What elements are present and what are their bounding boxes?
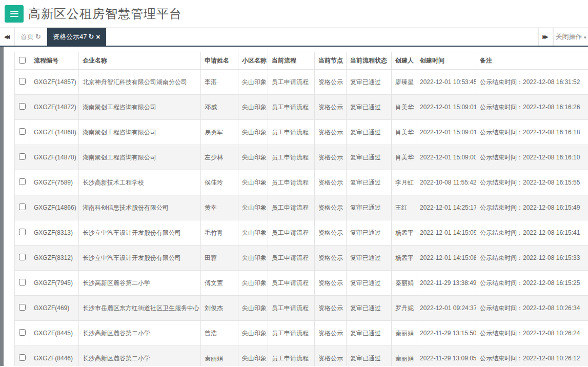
table-row[interactable]: GXGZF(14870)湖南聚创工程咨询有限公司左少林尖山印象员工申请流程资格公…	[15, 145, 588, 170]
refresh-tab-icon[interactable]: ↻	[88, 33, 94, 40]
col-created-time: 创建时间	[416, 52, 476, 70]
row-checkbox[interactable]	[19, 128, 26, 135]
cell-community-name: 尖山印象	[238, 346, 268, 366]
cell-company-name: 湖南科创信息技术股份有限公司	[79, 195, 201, 220]
cell-current-flow: 员工申请流程	[268, 321, 315, 346]
row-checkbox[interactable]	[19, 229, 26, 235]
cell-process-no: GXGZF(14870)	[30, 145, 79, 170]
cell-remark: 公示结束时间：2022-12-08 10:26:12	[476, 346, 588, 366]
cell-current-node: 资格公示	[315, 296, 347, 321]
table-row[interactable]: GXGZF(14868)湖南聚创工程咨询有限公司易勇军尖山印象员工申请流程资格公…	[15, 120, 588, 145]
main-panel: 流程编号企业名称申请姓名小区名称当前流程当前节点当前流程状态创建人创建时间备注 …	[4, 47, 588, 366]
cell-creator: 王红	[392, 195, 416, 220]
row-checkbox[interactable]	[19, 329, 26, 336]
cell-current-flow-status: 复审已通过	[347, 296, 392, 321]
col-applicant-name: 申请姓名	[201, 52, 238, 70]
cell-current-flow-status: 复审已通过	[347, 145, 392, 170]
row-checkbox-cell	[15, 120, 30, 145]
row-checkbox[interactable]	[19, 153, 26, 160]
cell-current-flow: 员工申请流程	[268, 145, 315, 170]
table-header-row: 流程编号企业名称申请姓名小区名称当前流程当前节点当前流程状态创建人创建时间备注	[15, 52, 588, 70]
table-row[interactable]: GXGZF(8446)长沙高新区麓谷第二小学秦丽娟尖山印象员工申请流程资格公示复…	[15, 346, 588, 366]
cell-created-time: 2022-12-01 15:09:00	[416, 145, 476, 170]
row-checkbox[interactable]	[19, 203, 26, 210]
cell-current-flow-status: 复审已通过	[347, 70, 392, 95]
cell-company-name: 湖南聚创工程咨询有限公司	[79, 145, 201, 170]
cell-remark: 公示结束时间：2022-12-08 16:15:41	[476, 220, 588, 246]
cell-remark: 公示结束时间：2022-12-08 16:15:33	[476, 246, 588, 271]
cell-current-node: 资格公示	[315, 70, 347, 95]
cell-company-name: 长沙高新区麓谷第二小学	[79, 321, 201, 346]
row-checkbox[interactable]	[19, 279, 26, 286]
row-checkbox-cell	[15, 145, 30, 170]
cell-company-name: 长沙高新区麓谷第二小学	[79, 271, 201, 296]
table-row[interactable]: GXGZF(469)长沙市岳麓区东方红街道社区卫生服务中心刘俊杰尖山印象员工申请…	[15, 296, 588, 321]
close-operations-label: 关闭操作	[555, 33, 582, 40]
row-checkbox[interactable]	[19, 254, 26, 260]
row-checkbox-cell	[15, 95, 30, 120]
cell-company-name: 湖南聚创工程咨询有限公司	[79, 120, 201, 145]
cell-created-time: 2022-11-29 13:09:05	[416, 346, 476, 366]
row-checkbox[interactable]	[19, 304, 26, 311]
cell-current-flow-status: 复审已通过	[347, 220, 392, 246]
cell-company-name: 长沙立中汽车设计开发股份有限公司	[79, 220, 201, 246]
cell-current-flow: 员工申请流程	[268, 170, 315, 195]
table-row[interactable]: GXGZF(8445)长沙高新区麓谷第二小学曾浩尖山印象员工申请流程资格公示复审…	[15, 321, 588, 346]
close-tab-icon[interactable]: ×	[96, 33, 100, 40]
tab-home[interactable]: 首页↻	[15, 28, 47, 46]
table-row[interactable]: GXGZF(14857)北京神舟智汇科技有限公司湖南分公司李湛尖山印象员工申请流…	[15, 70, 588, 95]
cell-creator: 李月虹	[392, 170, 416, 195]
tab-scroll-left-button[interactable]: ◀◀	[0, 28, 15, 46]
table-row[interactable]: GXGZF(7945)长沙高新区麓谷第二小学傅文萱尖山印象员工申请流程资格公示复…	[15, 271, 588, 296]
row-checkbox-cell	[15, 70, 30, 95]
cell-current-node: 资格公示	[315, 95, 347, 120]
cell-community-name: 尖山印象	[238, 95, 268, 120]
cell-process-no: GXGZF(14868)	[30, 120, 79, 145]
cell-applicant-name: 侯佳玲	[201, 170, 238, 195]
table-row[interactable]: GXGZF(14872)湖南聚创工程咨询有限公司邓威尖山印象员工申请流程资格公示…	[15, 95, 588, 120]
table-body: GXGZF(14857)北京神舟智汇科技有限公司湖南分公司李湛尖山印象员工申请流…	[15, 70, 588, 366]
row-checkbox[interactable]	[19, 78, 26, 85]
row-checkbox-cell	[15, 170, 30, 195]
cell-current-node: 资格公示	[315, 271, 347, 296]
cell-remark: 公示结束时间：2022-12-08 16:31:52	[476, 70, 588, 95]
cell-community-name: 尖山印象	[238, 321, 268, 346]
row-checkbox[interactable]	[19, 103, 26, 110]
cell-current-node: 资格公示	[315, 195, 347, 220]
cell-current-flow: 员工申请流程	[268, 271, 315, 296]
select-all-checkbox[interactable]	[19, 57, 26, 64]
cell-remark: 公示结束时间：2022-12-08 10:26:24	[476, 321, 588, 346]
tab-bar: ◀◀ 首页↻资格公示47↻× ▶▶ 关闭操作 ▾	[0, 28, 588, 47]
tab-scroll-right-button[interactable]: ▶▶	[538, 28, 553, 46]
close-operations-dropdown[interactable]: 关闭操作 ▾	[553, 28, 588, 46]
cell-current-flow-status: 复审已通过	[347, 120, 392, 145]
page-title: 高新区公租房智慧管理平台	[28, 6, 182, 22]
row-checkbox-cell	[15, 321, 30, 346]
row-checkbox[interactable]	[19, 178, 26, 185]
tab-qualification-publicity[interactable]: 资格公示47↻×	[47, 28, 107, 46]
cell-current-node: 资格公示	[315, 170, 347, 195]
cell-current-flow-status: 复审已通过	[347, 321, 392, 346]
refresh-tab-icon[interactable]: ↻	[35, 33, 41, 40]
cell-remark: 公示结束时间：2022-12-08 16:16:26	[476, 95, 588, 120]
table-row[interactable]: GXGZF(14866)湖南科创信息技术股份有限公司黄幸尖山印象员工申请流程资格…	[15, 195, 588, 220]
cell-created-time: 2022-12-01 14:15:09	[416, 220, 476, 246]
cell-applicant-name: 李湛	[201, 70, 238, 95]
cell-applicant-name: 曾浩	[201, 321, 238, 346]
table-row[interactable]: GXGZF(8313)长沙立中汽车设计开发股份有限公司毛竹青尖山印象员工申请流程…	[15, 220, 588, 246]
cell-community-name: 尖山印象	[238, 220, 268, 246]
cell-created-time: 2022-10-08 11:55:42	[416, 170, 476, 195]
cell-creator: 杨孟平	[392, 246, 416, 271]
cell-community-name: 尖山印象	[238, 145, 268, 170]
cell-community-name: 尖山印象	[238, 120, 268, 145]
sidebar-toggle-button[interactable]	[5, 5, 24, 23]
cell-current-flow: 员工申请流程	[268, 296, 315, 321]
cell-process-no: GXGZF(8313)	[30, 220, 79, 246]
cell-created-time: 2022-12-01 10:53:45	[416, 70, 476, 95]
cell-creator: 秦丽娟	[392, 346, 416, 366]
row-checkbox[interactable]	[19, 354, 26, 361]
table-row[interactable]: GXGZF(7589)长沙高新技术工程学校侯佳玲尖山印象员工申请流程资格公示复审…	[15, 170, 588, 195]
row-checkbox-cell	[15, 271, 30, 296]
table-row[interactable]: GXGZF(8312)长沙立中汽车设计开发股份有限公司田蓉尖山印象员工申请流程资…	[15, 246, 588, 271]
row-checkbox-cell	[15, 296, 30, 321]
